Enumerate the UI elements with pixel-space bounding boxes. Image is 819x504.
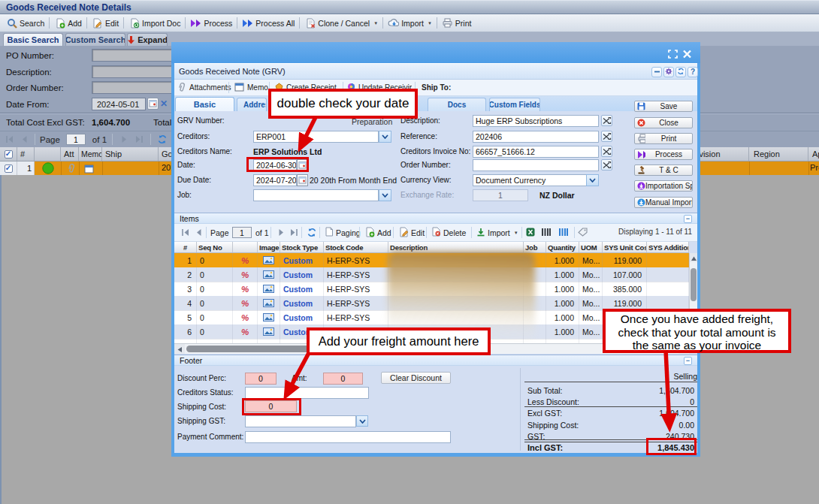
col-status[interactable] bbox=[35, 147, 61, 161]
items-page-input[interactable] bbox=[232, 227, 252, 238]
tab-basic-search[interactable]: Basic Search bbox=[3, 33, 63, 46]
attachments-button[interactable]: Attachments bbox=[177, 80, 231, 95]
date-calendar-button[interactable] bbox=[297, 159, 308, 171]
action-manual-importation-button[interactable]: Manual Importation bbox=[634, 197, 693, 208]
dialog-tab-basic[interactable]: Basic bbox=[175, 97, 234, 111]
items-col-job[interactable]: Job bbox=[524, 242, 546, 252]
discount-perc-input[interactable]: 0 bbox=[245, 373, 277, 385]
date-from-calendar-button[interactable] bbox=[147, 98, 159, 110]
toolbar-button-edit[interactable]: Edit bbox=[89, 16, 122, 31]
col-region[interactable]: Region bbox=[749, 147, 808, 161]
last-page-icon[interactable] bbox=[133, 134, 145, 146]
date-from-input[interactable]: 2024-05-01 bbox=[92, 98, 146, 110]
creditors-combo-arrow[interactable] bbox=[379, 131, 391, 143]
creditors-combo[interactable]: ERP001 bbox=[253, 131, 379, 143]
creditors-invoice-input[interactable]: 66657_51666.12 bbox=[473, 146, 599, 158]
items-add-button[interactable]: Add bbox=[364, 224, 391, 241]
hscroll-thumb[interactable] bbox=[186, 346, 481, 352]
description-lookup-button[interactable] bbox=[601, 115, 612, 126]
items-col-sys-unit-cost[interactable]: SYS Unit Cost bbox=[603, 242, 647, 252]
shipping-gst-combo[interactable] bbox=[245, 415, 356, 427]
items-hscrollbar[interactable] bbox=[174, 343, 689, 354]
items-import-button[interactable]: Import ▼ bbox=[476, 224, 518, 241]
dialog-tab-docs[interactable]: Docs bbox=[428, 98, 486, 111]
description-input[interactable]: Huge ERP Subscriptions bbox=[473, 115, 599, 127]
action-close-button[interactable]: Close bbox=[634, 117, 693, 128]
creditors-invoice-lookup-button[interactable] bbox=[601, 146, 612, 157]
creditors-status-input[interactable] bbox=[245, 387, 369, 399]
col-approved[interactable]: Approved bbox=[808, 147, 819, 161]
dialog-tab-custom-fields[interactable]: Custom Fields bbox=[489, 98, 540, 111]
items-collapse-button[interactable]: − bbox=[684, 215, 692, 223]
toolbar-button-add[interactable]: Add bbox=[51, 16, 85, 31]
row-checkbox[interactable]: ✓ bbox=[5, 164, 13, 173]
toolbar-button-process[interactable]: Process bbox=[187, 16, 235, 31]
close-icon[interactable] bbox=[682, 48, 692, 62]
items-col-stock-code[interactable]: Stock Code bbox=[324, 242, 388, 252]
order-number-input[interactable] bbox=[473, 159, 599, 171]
order-number-lookup-button[interactable] bbox=[601, 159, 612, 171]
update-receiving-button[interactable]: Update Receiving bbox=[347, 80, 412, 95]
col-ship[interactable]: Ship bbox=[102, 147, 159, 161]
toolbar-button-process-all[interactable]: Process All bbox=[239, 16, 298, 31]
items-excel-button[interactable] bbox=[526, 224, 535, 241]
action-importation-split-button[interactable]: Importation Split bbox=[634, 180, 693, 192]
dialog-minimize-button[interactable] bbox=[651, 67, 662, 77]
maximize-icon[interactable] bbox=[668, 48, 678, 62]
items-col-uom[interactable]: UOM bbox=[579, 242, 603, 252]
shipping-gst-combo-arrow[interactable] bbox=[356, 415, 368, 427]
create-receipt-button[interactable]: Create Receipt bbox=[275, 80, 340, 95]
dialog-tab-address[interactable]: Address bbox=[237, 98, 267, 111]
reference-input[interactable]: 202406 bbox=[473, 131, 599, 143]
tab-expand[interactable]: Expand bbox=[127, 33, 168, 46]
scroll-right-button[interactable] bbox=[678, 344, 689, 354]
paging-button[interactable]: Paging bbox=[325, 224, 361, 241]
discount-amt-input[interactable]: 0 bbox=[323, 373, 363, 385]
next-page-icon[interactable] bbox=[118, 134, 130, 146]
job-combo-arrow[interactable] bbox=[379, 189, 391, 201]
prev-page-icon[interactable] bbox=[18, 134, 30, 146]
currency-view-combo-arrow[interactable] bbox=[586, 174, 599, 186]
refresh-icon[interactable] bbox=[156, 134, 168, 146]
select-all-checkbox[interactable]: ✓ bbox=[5, 150, 13, 158]
items-col-seq-no[interactable]: Seq No bbox=[197, 242, 233, 252]
dialog-refresh-button[interactable] bbox=[675, 67, 686, 77]
memo-button[interactable]: Memo bbox=[234, 80, 268, 95]
prev-page-icon[interactable] bbox=[192, 227, 204, 239]
date-input[interactable]: 2024-06-30 bbox=[253, 159, 297, 171]
next-page-icon[interactable] bbox=[275, 227, 287, 239]
items-columns-button[interactable] bbox=[541, 224, 552, 241]
toolbar-button-search[interactable]: Search bbox=[3, 16, 47, 31]
job-combo[interactable] bbox=[253, 189, 379, 201]
due-date-input[interactable]: 2024-07-20 bbox=[253, 174, 297, 186]
items-col-image[interactable]: Image bbox=[258, 242, 280, 252]
dialog-help-button[interactable]: ? bbox=[688, 67, 698, 77]
due-date-calendar-button[interactable] bbox=[297, 174, 308, 186]
shipping-cost-input[interactable]: 0 bbox=[245, 400, 297, 412]
items-delete-button[interactable]: Delete bbox=[431, 224, 466, 241]
date-from-clear-button[interactable]: ✕ bbox=[160, 98, 168, 109]
page-input[interactable] bbox=[66, 134, 86, 145]
currency-view-combo[interactable]: Document Currency bbox=[473, 174, 599, 186]
items-columns-blue-button[interactable] bbox=[558, 224, 569, 241]
last-page-icon[interactable] bbox=[288, 227, 300, 239]
action-t-c-button[interactable]: T & C bbox=[634, 164, 693, 176]
action-process-button[interactable]: Process bbox=[634, 149, 693, 160]
items-col-blank[interactable] bbox=[233, 242, 258, 252]
col-memo[interactable]: Memo bbox=[79, 147, 102, 161]
items-col-quantity[interactable]: Quantity bbox=[546, 242, 579, 252]
items-edit-button[interactable]: Edit bbox=[398, 224, 425, 241]
toolbar-button-print[interactable]: Print bbox=[439, 16, 475, 31]
col-att[interactable]: Att bbox=[61, 147, 79, 161]
select-all-header[interactable]: ✓ bbox=[0, 147, 17, 161]
footer-collapse-button[interactable]: − bbox=[684, 357, 692, 365]
clear-discount-button[interactable]: Clear Discount bbox=[381, 372, 451, 384]
toolbar-button-import[interactable]: Import▼ bbox=[385, 16, 435, 31]
first-page-icon[interactable] bbox=[3, 134, 15, 146]
items-col-#[interactable]: # bbox=[174, 242, 197, 252]
col-num[interactable]: # bbox=[17, 147, 35, 161]
items-vscrollbar[interactable] bbox=[689, 253, 697, 343]
payment-comment-input[interactable] bbox=[245, 431, 451, 443]
scroll-up-button[interactable] bbox=[690, 253, 697, 262]
scroll-left-button[interactable] bbox=[174, 344, 185, 354]
